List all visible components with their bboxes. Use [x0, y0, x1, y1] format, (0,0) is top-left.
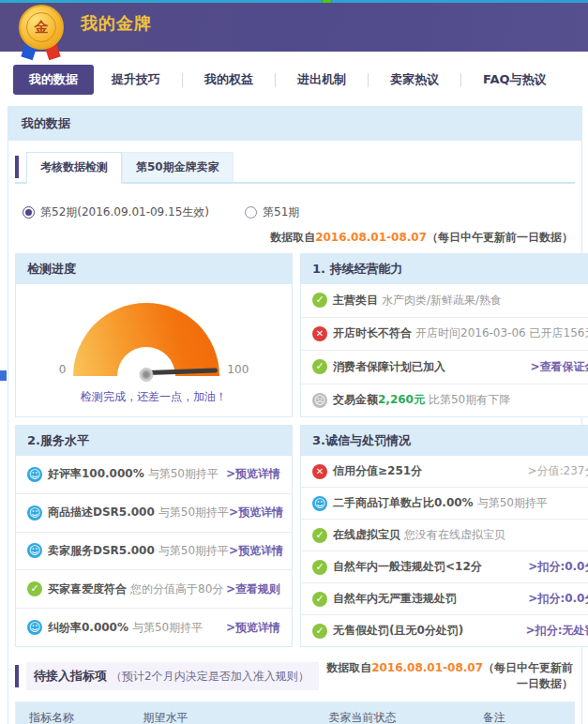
radio-label: 第52期(2016.09.01-09.15生效)	[40, 204, 209, 220]
status-smile-icon	[27, 543, 42, 558]
my-data-panel-title: 我的数据	[8, 107, 581, 141]
period-radio-group: 第52期(2016.09.01-09.15生效) 第51期	[15, 197, 575, 224]
panel-continuous-operation: 1. 持续经营能力 主营类目 水产肉类/新鲜蔬果/熟食 开店时长不符合 开店时间…	[300, 253, 588, 417]
gauge-caption: 检测完成，还差一点，加油！	[16, 389, 292, 405]
metric-name: 信用分值≥251分	[333, 463, 422, 479]
metric-row: 纠纷率0.000% 与第50期持平 >预览详情	[16, 609, 292, 646]
metric-row: 卖家服务DSR5.000 与第50期持平 >预览详情	[16, 533, 292, 571]
deduction-link[interactable]: >扣分:无处罚	[526, 623, 588, 639]
metric-row: 在线虚拟宝贝 您没有在线虚拟宝贝	[301, 520, 588, 551]
status-cross-icon	[312, 326, 327, 341]
view-deposit-link[interactable]: >查看保证金	[530, 359, 588, 375]
source-suffix: （每日中午更新前一日数据）	[427, 231, 573, 244]
metric-desc: 您的分值高于80分	[130, 581, 223, 597]
metric-name: 消费者保障计划已加入	[333, 359, 445, 375]
radio-period-51[interactable]: 第51期	[245, 204, 299, 220]
page-banner: 金 我的金牌	[0, 3, 588, 52]
status-smile-icon	[27, 620, 42, 635]
status-check-icon	[312, 624, 327, 639]
col-header-remark: 备注	[415, 702, 575, 724]
metric-name: 自然年内无严重违规处罚	[333, 591, 457, 607]
radio-icon	[23, 206, 35, 219]
main-tab-bar: 我的数据 提升技巧 我的权益 进出机制 卖家热议 FAQ与热议	[0, 52, 588, 104]
status-cross-icon	[312, 464, 327, 479]
metric-row: 二手商品订单数占比0.00% 与第50期持平	[301, 488, 588, 520]
status-check-icon	[27, 581, 42, 596]
gold-medal-icon: 金	[15, 5, 68, 63]
subtab-period50-gold-seller[interactable]: 第50期金牌卖家	[122, 152, 234, 182]
data-source-note: 数据取自2016.08.01-08.07（每日中午更新前一日数据）	[15, 224, 575, 253]
metric-name: 商品描述DSR5.000	[48, 505, 155, 520]
progress-panel-title: 检测进度	[16, 254, 292, 284]
panel-title: 1. 持续经营能力	[301, 254, 588, 284]
metric-row: 交易金额 2,260元 比第50期有下降	[301, 385, 588, 417]
metric-row: 主营类目 水产肉类/新鲜蔬果/熟食	[301, 284, 588, 318]
tab-divider	[368, 73, 369, 87]
metric-name: 开店时长不符合	[333, 325, 412, 341]
metric-name: 二手商品订单数占比0.00%	[333, 495, 474, 511]
transaction-amount: 2,260元	[378, 392, 425, 408]
metric-row: 自然年内无严重违规处罚 >扣分:0.0分	[301, 583, 588, 615]
metric-name: 卖家服务DSR5.000	[48, 543, 155, 559]
preview-detail-link[interactable]: >预览详情	[226, 466, 280, 482]
radio-icon	[245, 206, 257, 219]
status-check-icon	[312, 528, 327, 543]
medal-character: 金	[26, 12, 56, 42]
metric-desc: 开店时间2016-03-06 已开店156天	[415, 325, 588, 341]
tab-my-data[interactable]: 我的数据	[13, 65, 94, 95]
status-check-icon	[312, 592, 327, 607]
metric-desc: 您没有在线虚拟宝贝	[404, 527, 505, 543]
radio-period-52[interactable]: 第52期(2016.09.01-09.15生效)	[23, 204, 209, 220]
metric-row: 无售假处罚(且无0分处罚) >扣分:无处罚	[301, 615, 588, 646]
tab-divider	[275, 73, 276, 87]
metric-name: 纠纷率0.000%	[48, 620, 128, 636]
tab-divider	[182, 73, 183, 87]
deduction-link[interactable]: >扣分:0.0分	[528, 591, 588, 607]
section-marker	[15, 156, 19, 178]
metric-desc: 与第50期持平	[158, 543, 229, 559]
pending-metrics-table: 指标名称 期望水平 卖家当前状态 备注 24 发货速度 平均发货时长≤24小时 …	[15, 701, 575, 724]
col-header-current-status: 卖家当前状态	[311, 702, 415, 724]
deduction-link[interactable]: >扣分:0.0分	[528, 559, 588, 575]
radio-label: 第51期	[263, 204, 299, 220]
gauge-max-label: 100	[227, 363, 249, 376]
metric-row: 买家喜爱度符合 您的分值高于80分 >查看规则	[16, 570, 292, 609]
metric-name: 在线虚拟宝贝	[333, 527, 400, 543]
metric-name: 自然年内一般违规处罚<12分	[333, 559, 482, 575]
status-smile-icon	[312, 496, 327, 511]
metric-desc: 比第50期有下降	[429, 392, 510, 408]
metric-name: 买家喜爱度符合	[48, 581, 127, 597]
metric-name: 交易金额	[333, 392, 378, 408]
source-date: 2016.08.01-08.07	[371, 661, 483, 674]
tab-improve-skills[interactable]: 提升技巧	[96, 65, 176, 95]
tab-my-benefits[interactable]: 我的权益	[188, 65, 269, 95]
metric-desc: 与第50期持平	[148, 466, 219, 482]
preview-detail-link[interactable]: >预览详情	[226, 620, 280, 636]
tab-divider	[460, 73, 461, 87]
source-prefix: 数据取自	[326, 661, 371, 674]
panel-integrity-penalty: 3.诚信与处罚情况 信用分值≥251分 >分值:237分 二手商品订单数占比0.…	[300, 425, 588, 647]
metric-desc: 水产肉类/新鲜蔬果/熟食	[382, 293, 502, 309]
preview-detail-link[interactable]: >预览详情	[229, 505, 283, 520]
status-check-icon	[312, 359, 327, 374]
panel-service-level: 2.服务水平 好评率100.000% 与第50期持平 >预览详情 商品描述DSR…	[15, 425, 293, 647]
pending-metrics-section: 待接入指标项 （预计2个月内决定是否加入准入规则） 数据取自2016.08.01…	[15, 660, 575, 724]
gauge-min-label: 0	[59, 363, 67, 376]
metric-desc: 与第50期持平	[477, 495, 548, 511]
view-rules-link[interactable]: >查看规则	[226, 581, 280, 597]
score-note: >分值:237分	[527, 463, 588, 479]
preview-detail-link[interactable]: >预览详情	[229, 543, 283, 559]
tab-seller-discussion[interactable]: 卖家热议	[374, 65, 455, 95]
section-marker	[15, 665, 19, 687]
tab-entry-exit-rules[interactable]: 进出机制	[281, 65, 362, 95]
sub-tab-bar: 考核数据检测 第50期金牌卖家	[15, 152, 575, 184]
panel-title: 2.服务水平	[16, 426, 292, 456]
progress-panel: 检测进度 0 100 检测完成，	[15, 253, 293, 417]
source-prefix: 数据取自	[270, 231, 315, 244]
subtab-assessment-check[interactable]: 考核数据检测	[26, 152, 122, 184]
page-title: 我的金牌	[81, 12, 152, 35]
tab-faq[interactable]: FAQ与热议	[467, 65, 563, 95]
metric-name: 主营类目	[333, 293, 378, 309]
metric-row: 信用分值≥251分 >分值:237分	[301, 456, 588, 488]
my-data-panel: 我的数据 考核数据检测 第50期金牌卖家 第52期(2016.09.01-09.…	[8, 106, 582, 724]
